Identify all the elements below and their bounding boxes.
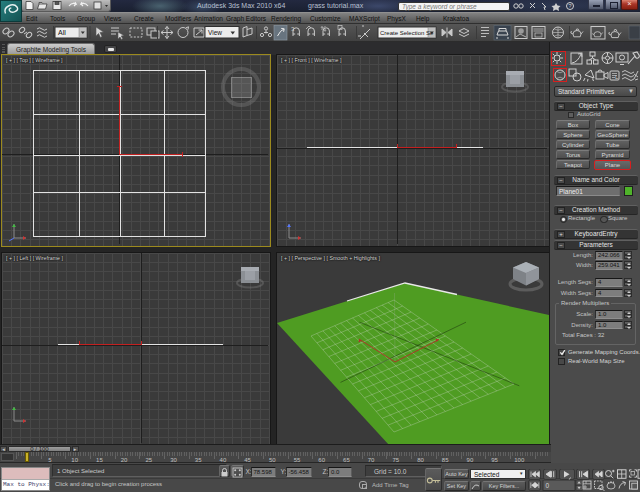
svg-text:?: ? [568, 3, 572, 9]
svg-text:Create Selection Se: Create Selection Se [380, 30, 434, 36]
svg-text:View: View [208, 29, 222, 36]
svg-text:L: L [615, 74, 619, 80]
svg-text:All: All [58, 29, 66, 36]
svg-text:0: 0 [546, 482, 550, 489]
svg-text:3: 3 [291, 26, 295, 32]
